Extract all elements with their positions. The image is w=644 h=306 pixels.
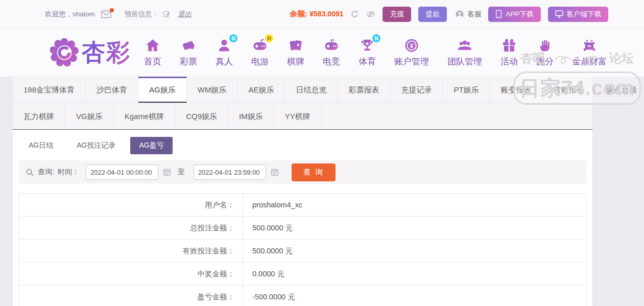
home-icon xyxy=(145,38,160,53)
nav-label: 首页 xyxy=(144,56,161,67)
tab-cq9[interactable]: CQ9娱乐 xyxy=(175,103,228,129)
edit-icon[interactable] xyxy=(163,10,171,18)
cards-icon xyxy=(288,38,303,53)
nav-team-management[interactable]: 团队管理 xyxy=(447,38,482,67)
eye-off-icon[interactable] xyxy=(366,10,375,19)
app-download-button[interactable]: APP下载 xyxy=(488,7,540,22)
row-label: 盈亏金额： xyxy=(19,286,243,306)
nav-sports[interactable]: N 体育 xyxy=(359,38,376,67)
tab-zhuanzhang[interactable]: 转账报表 xyxy=(543,77,595,103)
tab-im[interactable]: IM娱乐 xyxy=(228,103,274,129)
tab-kgame[interactable]: Kgame棋牌 xyxy=(114,103,176,129)
report-tabs: 188金宝博体育 沙巴体育 AG娱乐 WM娱乐 AE娱乐 日结总览 彩票报表 充… xyxy=(13,77,592,130)
tab-chongti[interactable]: 充提记录 xyxy=(390,77,443,103)
withdraw-button[interactable]: 提款 xyxy=(418,7,447,22)
tab-vg[interactable]: VG娱乐 xyxy=(65,103,114,129)
gamepad-icon: H xyxy=(252,38,268,53)
tab-zhangbian[interactable]: 账变报表 xyxy=(490,77,543,103)
mail-icon[interactable] xyxy=(101,10,111,18)
balance-value: ¥583.0091 xyxy=(309,10,343,18)
nav-esports[interactable]: 电竞 xyxy=(323,38,340,67)
tab-row-1: 188金宝博体育 沙巴体育 AG娱乐 WM娱乐 AE娱乐 日结总览 彩票报表 充… xyxy=(13,77,592,103)
nav-live[interactable]: N 真人 xyxy=(216,38,233,67)
balance-label: 余额: xyxy=(290,9,307,18)
time-from-input[interactable] xyxy=(86,164,158,180)
nav-label: 真人 xyxy=(216,56,233,67)
header: 杏彩 首页 彩票 N 真人 H 电游 xyxy=(0,29,644,77)
ticket-icon xyxy=(181,38,196,53)
trophy-icon: N xyxy=(360,38,375,53)
app-download-label: APP下载 xyxy=(506,10,533,19)
reserved-info-label: 预留信息： xyxy=(125,10,159,19)
badge-new: N xyxy=(372,34,380,42)
row-label: 有效投注金额： xyxy=(19,240,243,262)
report-table: 用户名： proshalom4_xc 总投注金额： 500.0000 元 有效投… xyxy=(19,193,586,306)
watermark-right: 论坛 xyxy=(609,50,634,66)
nav-account-management[interactable]: ¥ 账户管理 xyxy=(394,38,429,67)
search-icon xyxy=(26,168,34,177)
subtab-ag-bets[interactable]: AG投注记录 xyxy=(68,137,124,154)
nav-label: 账户管理 xyxy=(394,56,429,67)
balance: 余额: ¥583.0091 xyxy=(290,9,343,19)
nav-jinding-wealth[interactable]: 金鼎财富 xyxy=(572,38,607,67)
client-download-label: 客户端下载 xyxy=(567,10,602,19)
headset-icon xyxy=(455,10,464,19)
subtab-ag-daily[interactable]: AG日结 xyxy=(20,137,62,154)
calendar-icon[interactable] xyxy=(163,168,171,176)
search-button[interactable]: 查 询 xyxy=(292,163,336,181)
service-label: 客服 xyxy=(467,10,481,19)
main-nav: 首页 彩票 N 真人 H 电游 棋牌 xyxy=(144,38,607,67)
logout-link[interactable]: 退出 xyxy=(178,10,192,19)
tab-pt[interactable]: PT娱乐 xyxy=(443,77,490,103)
search-bar: 查询: 时间： 至 查 询 xyxy=(19,160,586,184)
nav-label: 电竞 xyxy=(323,56,340,67)
calendar-icon[interactable] xyxy=(271,168,279,176)
tab-wali[interactable]: 瓦力棋牌 xyxy=(13,103,65,129)
people-icon xyxy=(457,38,472,53)
nav-boardgames[interactable]: 棋牌 xyxy=(287,38,304,67)
ding-vessel-icon xyxy=(582,38,597,53)
nav-label: 金鼎财富 xyxy=(572,56,607,67)
table-row: 总投注金额： 500.0000 元 xyxy=(19,217,586,240)
time-to-input[interactable] xyxy=(194,164,266,180)
main-card: 188金宝博体育 沙巴体育 AG娱乐 WM娱乐 AE娱乐 日结总览 彩票报表 充… xyxy=(13,77,592,306)
phone-icon xyxy=(495,10,502,18)
subtab-ag-profitloss[interactable]: AG盈亏 xyxy=(130,137,172,154)
tab-fandian[interactable]: 返点总额 xyxy=(595,77,644,103)
tab-ae[interactable]: AE娱乐 xyxy=(237,77,285,103)
nav-label: 棋牌 xyxy=(287,56,304,67)
ag-subtabs: AG日结 AG投注记录 AG盈亏 xyxy=(13,130,592,159)
row-value: 500.0000 元 xyxy=(243,217,293,239)
deposit-button[interactable]: 充值 xyxy=(383,7,411,22)
tab-row-2: 瓦力棋牌 VG娱乐 Kgame棋牌 CQ9娱乐 IM娱乐 YY棋牌 xyxy=(13,103,592,129)
tab-rijie[interactable]: 日结总览 xyxy=(285,77,338,103)
nav-label: 电游 xyxy=(251,56,269,67)
tab-wm[interactable]: WM娱乐 xyxy=(187,77,238,103)
nav-label: 跑分 xyxy=(536,56,554,67)
client-download-button[interactable]: 客户端下载 xyxy=(548,7,609,22)
tab-shaba[interactable]: 沙巴体育 xyxy=(86,77,138,103)
row-label: 中奖金额： xyxy=(19,263,243,285)
badge-hot: H xyxy=(265,34,273,42)
row-value: proshalom4_xc xyxy=(243,194,302,216)
nav-egames[interactable]: H 电游 xyxy=(251,38,269,67)
site-logo[interactable]: 杏彩 xyxy=(50,37,131,68)
badge-new: N xyxy=(229,34,237,42)
nav-label: 活动 xyxy=(500,56,518,67)
table-row: 盈亏金额： -500.0000 元 xyxy=(19,286,586,306)
notification-dot xyxy=(110,8,114,12)
customer-service-link[interactable]: 客服 xyxy=(455,10,481,19)
row-value: 0.0000 元 xyxy=(243,263,284,285)
logo-flower-icon xyxy=(50,38,79,67)
tab-ag-active[interactable]: AG娱乐 xyxy=(138,77,187,103)
refresh-icon[interactable] xyxy=(350,10,359,18)
tab-yy[interactable]: YY棋牌 xyxy=(274,103,322,129)
nav-paofen[interactable]: 跑分 xyxy=(536,38,554,67)
nav-activities[interactable]: 活动 xyxy=(500,38,518,67)
nav-label: 体育 xyxy=(359,56,376,67)
table-row: 中奖金额： 0.0000 元 xyxy=(19,263,586,286)
tab-caipiao[interactable]: 彩票报表 xyxy=(338,77,390,103)
nav-lottery[interactable]: 彩票 xyxy=(180,38,197,67)
tab-188jinbaobo[interactable]: 188金宝博体育 xyxy=(13,77,86,103)
nav-home[interactable]: 首页 xyxy=(144,38,161,67)
